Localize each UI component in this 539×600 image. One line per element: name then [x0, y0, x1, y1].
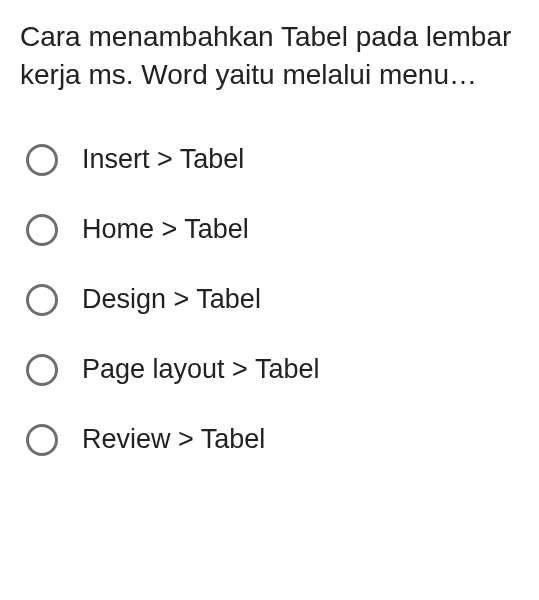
option-label: Design > Tabel [82, 284, 261, 315]
question-text: Cara menambahkan Tabel pada lembar kerja… [20, 18, 519, 94]
option-page-layout-tabel[interactable]: Page layout > Tabel [26, 354, 519, 386]
option-design-tabel[interactable]: Design > Tabel [26, 284, 519, 316]
radio-icon [26, 354, 58, 386]
options-list: Insert > Tabel Home > Tabel Design > Tab… [20, 144, 519, 456]
radio-icon [26, 284, 58, 316]
option-review-tabel[interactable]: Review > Tabel [26, 424, 519, 456]
option-label: Insert > Tabel [82, 144, 244, 175]
option-label: Page layout > Tabel [82, 354, 319, 385]
radio-icon [26, 424, 58, 456]
radio-icon [26, 214, 58, 246]
option-home-tabel[interactable]: Home > Tabel [26, 214, 519, 246]
option-label: Review > Tabel [82, 424, 265, 455]
option-label: Home > Tabel [82, 214, 249, 245]
radio-icon [26, 144, 58, 176]
option-insert-tabel[interactable]: Insert > Tabel [26, 144, 519, 176]
